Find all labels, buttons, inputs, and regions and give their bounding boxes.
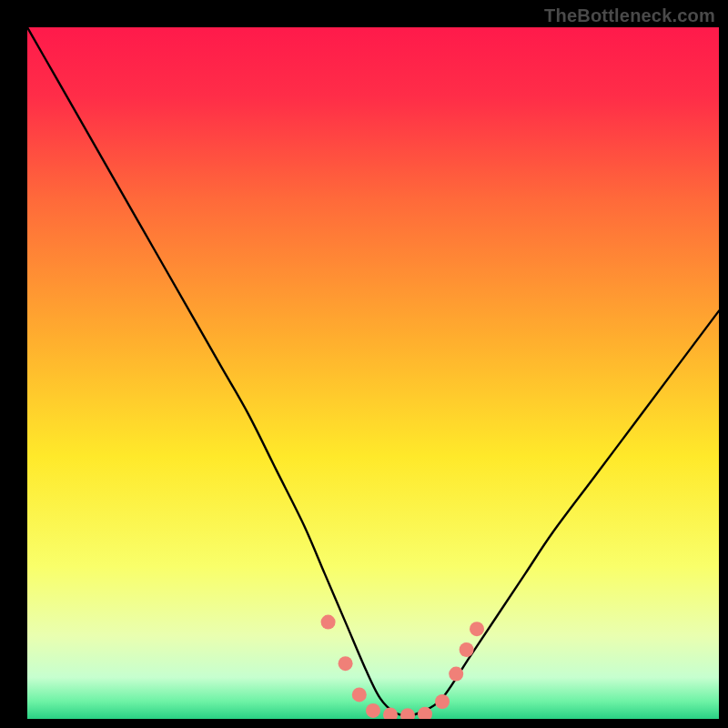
- chart-frame: TheBottleneck.com: [0, 0, 728, 728]
- bottleneck-curve-layer: [27, 27, 719, 719]
- curve-marker: [435, 694, 450, 709]
- curve-marker: [400, 708, 415, 719]
- watermark-text: TheBottleneck.com: [544, 5, 715, 26]
- curve-marker: [383, 707, 398, 719]
- bottleneck-curve: [27, 27, 719, 715]
- plot-area: [27, 27, 719, 719]
- curve-marker: [321, 615, 336, 630]
- curve-marker: [449, 667, 463, 682]
- curve-marker: [470, 622, 484, 636]
- curve-marker: [339, 656, 353, 671]
- curve-marker: [366, 703, 380, 718]
- curve-marker: [460, 642, 474, 657]
- curve-marker: [352, 687, 367, 702]
